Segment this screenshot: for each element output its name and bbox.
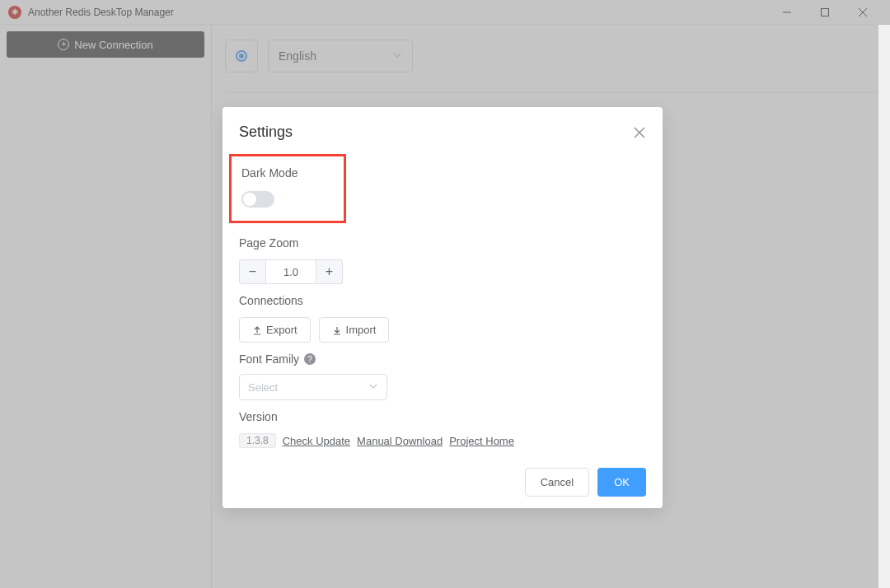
zoom-increase-button[interactable]: + — [316, 259, 343, 284]
version-tag: 1.3.8 — [239, 433, 276, 448]
manual-download-link[interactable]: Manual Download — [357, 435, 443, 447]
font-family-placeholder: Select — [248, 381, 278, 394]
page-zoom-label: Page Zoom — [239, 236, 646, 250]
project-home-link[interactable]: Project Home — [449, 435, 514, 447]
dark-mode-highlight: Dark Mode — [229, 154, 346, 223]
zoom-decrease-button[interactable]: − — [239, 259, 265, 284]
cancel-button[interactable]: Cancel — [525, 468, 589, 497]
connections-label: Connections — [239, 294, 646, 307]
dark-mode-toggle[interactable] — [241, 191, 274, 208]
upload-icon — [252, 325, 262, 335]
help-icon[interactable]: ? — [304, 353, 316, 365]
zoom-value-input[interactable] — [265, 259, 316, 284]
export-label: Export — [266, 324, 297, 336]
version-label: Version — [239, 410, 646, 423]
dark-mode-label: Dark Mode — [241, 166, 334, 180]
export-button[interactable]: Export — [239, 317, 311, 343]
scrollbar-track[interactable] — [878, 25, 890, 588]
page-zoom-stepper: − + — [239, 259, 646, 284]
font-family-select[interactable]: Select — [239, 374, 387, 400]
import-button[interactable]: Import — [319, 317, 390, 343]
chevron-down-icon — [368, 381, 378, 394]
close-icon[interactable] — [633, 126, 646, 139]
font-family-label: Font Family — [239, 352, 299, 366]
ok-button[interactable]: OK — [597, 468, 646, 497]
settings-dialog: Settings Dark Mode Page Zoom − + Connect… — [222, 107, 663, 508]
download-icon — [332, 325, 342, 335]
dialog-title: Settings — [239, 124, 293, 141]
check-update-link[interactable]: Check Update — [283, 435, 350, 447]
import-label: Import — [346, 324, 377, 336]
